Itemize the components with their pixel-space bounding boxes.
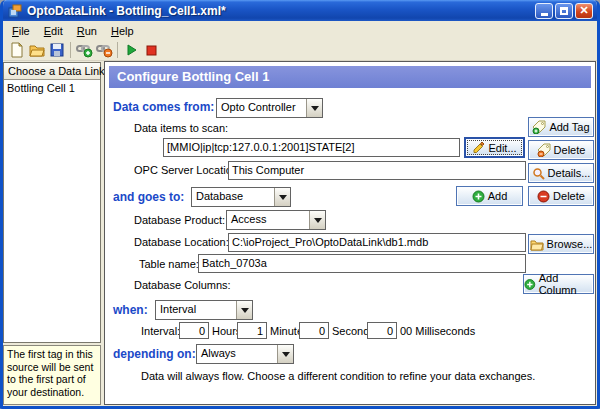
app-body: Choose a Data Link Bottling Cell 1 The f… [3, 61, 597, 406]
chevron-down-icon [279, 195, 287, 200]
magnifier-icon [532, 167, 545, 180]
run-icon [123, 42, 139, 58]
source-select[interactable]: Opto Controller [216, 98, 323, 118]
toolbar-separator [117, 42, 118, 58]
scan-items-label: Data items to scan: [134, 122, 228, 134]
panel-title: Configure Bottling Cell 1 [109, 66, 591, 88]
chevron-down-icon [241, 308, 249, 313]
table-name-field[interactable]: Batch_0703a [198, 254, 526, 273]
add-tag-button[interactable]: Add Tag [528, 117, 594, 137]
interval-label: Interval: [141, 325, 180, 337]
details-button[interactable]: Details... [528, 163, 594, 183]
browse-button[interactable]: Browse... [528, 234, 594, 254]
source-select-value: Opto Controller [217, 99, 306, 117]
minimize-button[interactable] [535, 3, 553, 19]
add-link-icon [76, 42, 93, 58]
stop-icon [143, 42, 159, 58]
dropdown-button[interactable] [236, 301, 252, 319]
run-button[interactable] [121, 41, 141, 60]
open-button[interactable] [27, 41, 47, 60]
window-title: OptoDataLink - Bottling_Cell1.xml* [27, 4, 533, 18]
dropdown-button[interactable] [277, 345, 293, 363]
depending-select-value: Always [197, 345, 277, 363]
browse-button-label: Browse... [547, 238, 593, 250]
dropdown-button[interactable] [274, 188, 290, 206]
when-section-label: when: [113, 303, 148, 317]
milliseconds-label: 00 Milliseconds [400, 325, 475, 337]
source-section-label: Data comes from: [113, 100, 214, 114]
destination-select[interactable]: Database [191, 187, 291, 207]
app-window: OptoDataLink - Bottling_Cell1.xml* ✕ Fil… [0, 0, 600, 409]
maximize-button[interactable] [555, 3, 573, 19]
add-destination-button-label: Add [488, 190, 508, 202]
database-location-field[interactable]: C:\ioProject_Pro\OptoDataLink\db1.mdb [228, 233, 526, 252]
destination-section-label: and goes to: [113, 190, 184, 204]
menu-file[interactable]: File [5, 23, 37, 39]
data-link-list-header[interactable]: Choose a Data Link [4, 63, 100, 80]
help-text-box: The first tag in this source will be sen… [3, 345, 101, 405]
scan-items-field[interactable]: [MMIO|ip|tcp:127.0.0.1:2001]STATE[2] [163, 138, 460, 157]
add-column-button-label: Add Column [539, 272, 593, 296]
new-button[interactable] [7, 41, 27, 60]
toolbar [3, 40, 597, 61]
menu-edit[interactable]: Edit [37, 23, 70, 39]
close-button[interactable]: ✕ [575, 3, 593, 19]
save-button[interactable] [47, 41, 67, 60]
dropdown-button[interactable] [306, 99, 322, 117]
app-icon [7, 3, 23, 19]
destination-select-value: Database [192, 188, 274, 206]
condition-description: Data will always flow. Choose a differen… [141, 370, 535, 382]
stop-button[interactable] [141, 41, 161, 60]
menu-help[interactable]: Help [104, 23, 141, 39]
add-column-button[interactable]: Add Column [523, 274, 594, 294]
toolbar-separator [70, 42, 71, 58]
new-file-icon [9, 42, 25, 58]
delete-tag-button[interactable]: Delete [528, 140, 594, 160]
data-link-list: Choose a Data Link Bottling Cell 1 [3, 62, 101, 343]
close-icon: ✕ [579, 4, 588, 17]
database-product-value: Access [227, 211, 309, 229]
data-link-item[interactable]: Bottling Cell 1 [4, 80, 100, 96]
hours-field[interactable]: 0 [179, 322, 209, 339]
tag-delete-icon [537, 143, 551, 157]
table-name-label: Table name: [139, 258, 199, 270]
edit-pencil-icon [472, 141, 485, 154]
depending-section-label: depending on: [113, 347, 196, 361]
folder-icon [530, 238, 544, 251]
chevron-down-icon [311, 106, 319, 111]
seconds-field[interactable]: 0 [299, 322, 329, 339]
title-bar[interactable]: OptoDataLink - Bottling_Cell1.xml* ✕ [3, 0, 597, 21]
save-icon [49, 42, 65, 58]
depending-select[interactable]: Always [196, 344, 294, 364]
dropdown-button[interactable] [309, 211, 325, 229]
remove-link-button[interactable] [94, 41, 114, 60]
add-tag-button-label: Add Tag [549, 121, 589, 133]
add-column-icon [524, 278, 536, 291]
configure-panel: Configure Bottling Cell 1 Data comes fro… [104, 61, 596, 405]
maximize-icon [560, 7, 568, 15]
add-link-button[interactable] [74, 41, 94, 60]
tag-add-icon [532, 120, 546, 134]
database-product-label: Database Product: [134, 214, 225, 226]
minus-circle-icon [537, 190, 550, 203]
menu-bar: File Edit Run Help [3, 21, 597, 40]
database-product-select[interactable]: Access [226, 210, 326, 230]
plus-circle-icon [472, 190, 485, 203]
minutes-field[interactable]: 1 [237, 322, 267, 339]
chevron-down-icon [282, 352, 290, 357]
database-columns-label: Database Columns: [134, 279, 231, 291]
milliseconds-field[interactable]: 0 [367, 322, 397, 339]
opc-location-label: OPC Server Location: [134, 164, 241, 176]
when-select-value: Interval [156, 301, 236, 319]
when-select[interactable]: Interval [155, 300, 253, 320]
database-location-label: Database Location: [134, 236, 229, 248]
delete-destination-button[interactable]: Delete [528, 186, 594, 206]
chevron-down-icon [314, 218, 322, 223]
delete-destination-button-label: Delete [553, 190, 585, 202]
opc-location-field[interactable]: This Computer [228, 161, 526, 180]
edit-button-label: Edit... [488, 142, 516, 154]
menu-run[interactable]: Run [70, 23, 104, 39]
open-file-icon [29, 42, 45, 58]
edit-button[interactable]: Edit... [464, 137, 525, 158]
add-destination-button[interactable]: Add [456, 186, 523, 206]
